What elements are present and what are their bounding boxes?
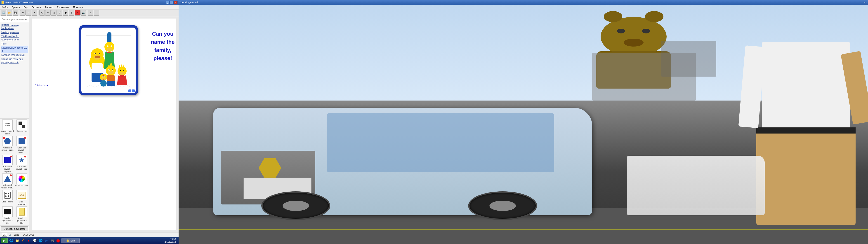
taskbar-folder-icon[interactable]: 📁	[14, 238, 20, 243]
click-circle-label: Click and reveal - circle	[1, 147, 14, 152]
taskbar-chat-icon[interactable]: 💬	[32, 238, 37, 243]
gallery-item-brown-word[interactable]: BrownWord Brown - Word quest	[1, 120, 14, 135]
gallery-item-domino-st[interactable]: Domino generator - St...	[15, 207, 29, 224]
bg-element2	[661, 41, 716, 77]
svg-point-35	[120, 70, 121, 71]
gallery-item-color-chooser[interactable]: Color chooser	[15, 174, 29, 189]
tb-new[interactable]: 🆕	[1, 10, 6, 16]
nav-my-content[interactable]: Моё содержание	[1, 30, 28, 35]
star-shape: ★	[19, 156, 25, 164]
minimize-button[interactable]: _	[166, 1, 169, 4]
tb-color[interactable]: A	[74, 10, 80, 16]
car-wheel-right	[468, 191, 537, 220]
gallery-item-click-circle[interactable]: Click and reveal - circle	[1, 136, 14, 154]
tb-undo[interactable]: ↩	[20, 10, 26, 16]
svg-point-8	[95, 56, 100, 58]
svg-point-5	[95, 53, 96, 54]
clock-date: 24.08.2013	[164, 241, 176, 243]
menu-draw[interactable]: Рисование	[56, 5, 70, 9]
menu-format[interactable]: Формат	[43, 5, 54, 9]
title-bar: 📒 Лена - SMART Notebook _ □ ✕	[0, 0, 179, 5]
tb-redo[interactable]: ↪	[26, 10, 31, 16]
maximize-button[interactable]: □	[170, 1, 174, 4]
menu-bar: Файл Правка Вид Вставка Формат Рисование…	[0, 5, 179, 9]
taskbar-ie-icon[interactable]: 🌐	[8, 238, 13, 243]
nav-image-gallery[interactable]: Галерея изображений	[1, 53, 28, 57]
close-button[interactable]: ✕	[174, 1, 178, 4]
gallery-item-click-star[interactable]: ★ Click and reveal - star	[15, 155, 29, 173]
menu-file[interactable]: Файл	[1, 5, 9, 9]
menu-view[interactable]: Вид	[23, 5, 29, 9]
menu-help[interactable]: Помощь	[72, 5, 84, 9]
tb-save[interactable]: 💾	[13, 10, 18, 16]
start-button[interactable]: ▶	[1, 238, 8, 243]
gallery-item-click-triangle[interactable]: Click and reveal - trian...	[1, 174, 14, 189]
nav-7essentials[interactable]: 7/0 Essentials for Educators в сети	[1, 35, 28, 42]
tb-text[interactable]: T	[69, 10, 74, 16]
gallery-grid: BrownWord Brown - Word quest Checker too…	[0, 119, 29, 225]
nav-lesson-toolkit[interactable]: Lesson Activity Toolkit 2.0 ▼	[1, 46, 28, 53]
car-wheel-left	[261, 191, 330, 220]
tb-zoom-in[interactable]: +	[88, 10, 93, 16]
svg-point-44	[104, 77, 105, 77]
taskbar-clock: 15:33 24.08.2013	[164, 238, 178, 243]
status-time: 15:33	[13, 234, 19, 236]
card-corner-decoration	[132, 89, 135, 92]
tb-shapes[interactable]: ⬟	[63, 10, 68, 16]
right-minimize-button[interactable]: _	[861, 1, 863, 4]
gallery-header	[0, 117, 29, 119]
status-bar: EN 🔈 15:33 24.08.2013	[0, 232, 179, 237]
white-car	[627, 156, 765, 216]
gallery-item-checker[interactable]: Checker tool	[15, 120, 29, 135]
gallery-item-click-rect[interactable]: Click and reveal - recta...	[15, 136, 29, 154]
right-close-button[interactable]: ✕	[865, 1, 867, 4]
svg-point-33	[119, 72, 125, 75]
right-maximize-button[interactable]: □	[863, 1, 865, 4]
tb-sep1	[19, 11, 19, 15]
right-window: Третий дисплей _ □ ✕	[179, 0, 868, 244]
menu-edit[interactable]: Правка	[11, 5, 21, 9]
search-input[interactable]	[1, 17, 29, 21]
right-title-bar: Третий дисплей _ □ ✕	[179, 0, 868, 5]
tb-zoom-out[interactable]: -	[94, 10, 99, 16]
gallery-item-domino-bl[interactable]: Domino generator - bl...	[1, 207, 14, 224]
taskbar-notebook-active[interactable]: 📒 Лена	[61, 238, 80, 243]
drain-activity-button[interactable]: Осушить активность	[1, 226, 28, 231]
svg-point-22	[108, 71, 114, 74]
svg-point-17	[111, 46, 112, 47]
nav-themes[interactable]: Темы	[1, 42, 28, 46]
tb-select[interactable]: ↖	[39, 10, 45, 16]
svg-point-46	[103, 79, 104, 81]
taskbar-net-icon[interactable]: 🌐	[38, 238, 43, 243]
tb-delete[interactable]: ✕	[32, 10, 37, 16]
video-scene	[179, 5, 868, 244]
tb-line[interactable]: ╱	[57, 10, 62, 16]
gallery-item-dice-image[interactable]: Dice - image	[1, 190, 14, 206]
taskbar: ▶ 🌐 📁 Y ● 💬 🌐 W 🎮 ⬤ 📒 Лена 15:33 24.08.2…	[0, 237, 179, 244]
svg-point-45	[100, 80, 107, 87]
main-area: 🔍 ✕ SMART Learning Marketplace Моё содер…	[0, 16, 179, 232]
gallery-item-click-square[interactable]: Click and reveal - square	[1, 155, 14, 173]
taskbar-game-icon[interactable]: 🎮	[50, 238, 55, 243]
tb-pen[interactable]: ✏	[45, 10, 51, 16]
simpsons-card[interactable]: »	[79, 25, 138, 95]
tb-sep2	[38, 11, 38, 15]
taskbar-word-icon[interactable]: W	[44, 238, 49, 243]
tb-eraser[interactable]: ◻	[51, 10, 57, 16]
gallery-item-dice-keyword[interactable]: ABC Dice - keyword	[15, 190, 29, 206]
search-bar: 🔍 ✕	[0, 16, 29, 22]
taskbar-red2-icon[interactable]: ⬤	[56, 238, 61, 243]
taskbar-y-icon[interactable]: Y	[20, 238, 25, 243]
tb-screenshot[interactable]: 📷	[81, 10, 86, 16]
svg-rect-27	[107, 75, 115, 82]
tb-open[interactable]: 📂	[7, 10, 12, 16]
menu-insert[interactable]: Вставка	[31, 5, 42, 9]
svg-point-42	[102, 77, 103, 77]
canvas-area[interactable]: Click circle »	[29, 16, 179, 232]
nav-marketplace[interactable]: SMART Learning Marketplace	[1, 23, 28, 30]
simpsons-inner	[81, 28, 135, 93]
window-controls: _ □ ✕	[166, 1, 178, 4]
nav-teacher-themes[interactable]: Основные темы для преподавателей	[1, 57, 28, 64]
right-title-text: Третий дисплей	[180, 1, 198, 4]
taskbar-red-icon[interactable]: ●	[26, 238, 31, 243]
